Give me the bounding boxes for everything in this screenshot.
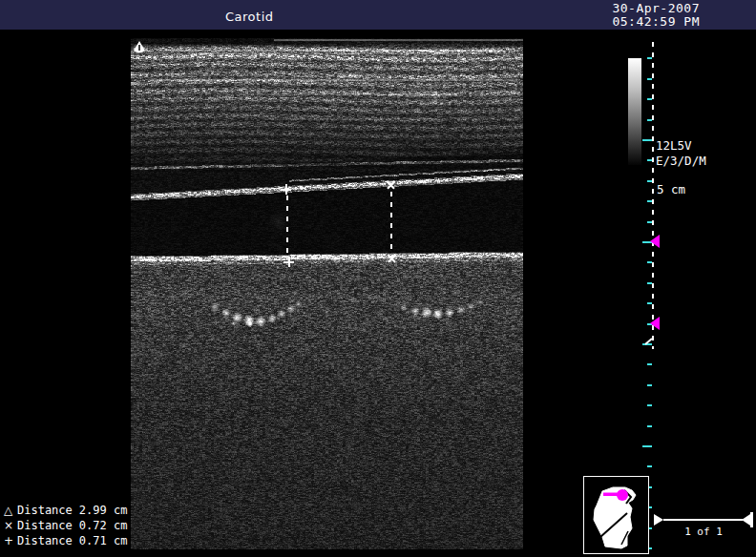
body-marker-icon [584, 477, 648, 553]
ultrasound-image[interactable] [131, 38, 523, 549]
ruler-tick [647, 159, 652, 161]
caliper-line-plus [286, 196, 288, 256]
date-text: 30-Apr-2007 [612, 2, 700, 15]
measurement-value: 0.72 cm [79, 519, 128, 532]
prev-frame-arrow-icon[interactable] [654, 514, 663, 526]
ruler-tick [647, 465, 652, 467]
ruler-tick [647, 180, 652, 182]
focal-zone-marker-icon[interactable] [650, 317, 660, 330]
ruler-tick [647, 363, 652, 365]
measurement-value: 0.71 cm [79, 534, 128, 547]
frame-counter: 1 of 1 [675, 526, 732, 538]
caliper-line-x [390, 192, 392, 251]
ruler-tick [647, 404, 652, 406]
ruler-tick [647, 57, 652, 59]
title-bar: Carotid 30-Apr-2007 05:42:59 PM [0, 0, 756, 30]
ruler-tick [647, 221, 652, 223]
ruler-tick-cm [642, 139, 652, 141]
x-caliper-icon: × [4, 518, 17, 533]
measurement-results: △Distance2.99 cm ×Distance0.72 cm +Dista… [4, 503, 127, 548]
probe-position-dot [617, 489, 628, 501]
focal-zone-marker-icon[interactable] [650, 235, 660, 248]
frame-nav-line [663, 519, 743, 521]
probe-label: 12L5V [656, 139, 692, 152]
ruler-tick [647, 384, 652, 386]
measurement-label: Distance [17, 519, 73, 532]
depth-ruler-line [652, 42, 654, 349]
caliper-plus-bottom[interactable] [284, 257, 294, 267]
body-marker-thumbnail[interactable] [583, 476, 649, 554]
next-frame-arrow-icon[interactable] [742, 514, 750, 526]
ruler-tick-cm [642, 445, 652, 447]
caliper-plus-top[interactable] [281, 184, 291, 195]
mode-label: E/3/D/M [656, 155, 706, 167]
ruler-tick [647, 78, 652, 80]
ruler-tick [647, 282, 652, 284]
measurement-row: △Distance2.99 cm [4, 503, 127, 518]
ultrasound-screen: Carotid 30-Apr-2007 05:42:59 PM 12L5V E/… [0, 0, 756, 557]
triangle-caliper-icon: △ [4, 503, 17, 518]
frame-nav-end-bar [750, 512, 753, 527]
plus-caliper-icon: + [4, 533, 17, 548]
measurement-label: Distance [17, 504, 73, 517]
measurement-value: 2.99 cm [79, 504, 128, 517]
time-text: 05:42:59 PM [612, 15, 700, 29]
depth-label: 5 cm [657, 183, 685, 196]
probe-position-line [603, 493, 619, 497]
ruler-tick [647, 119, 652, 121]
ruler-tick [647, 302, 652, 304]
probe-orientation-icon [133, 40, 146, 54]
datetime-display: 30-Apr-2007 05:42:59 PM [612, 2, 700, 29]
measurement-row: +Distance0.71 cm [4, 533, 127, 548]
ruler-tick [647, 98, 652, 100]
ruler-tick [647, 261, 652, 263]
measurement-label: Distance [17, 534, 73, 547]
exam-preset-title: Carotid [225, 10, 274, 24]
ruler-tick [647, 200, 652, 202]
measurement-row: ×Distance0.72 cm [4, 518, 127, 533]
grayscale-bar [628, 58, 641, 165]
ruler-tick [647, 425, 652, 427]
